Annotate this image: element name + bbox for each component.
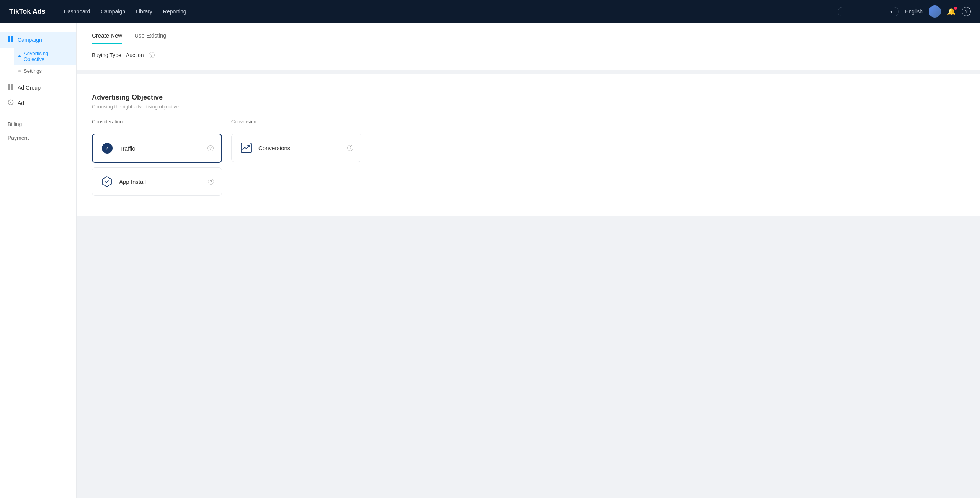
buying-type-value: Auction <box>126 52 144 58</box>
logo: TikTok Ads <box>9 8 46 16</box>
nav-dashboard[interactable]: Dashboard <box>64 8 90 15</box>
sidebar: Campaign Advertising Objective Settings <box>0 23 77 498</box>
conversions-card[interactable]: Conversions ? <box>231 134 361 162</box>
advertising-objective-label: Advertising Objective <box>24 51 69 62</box>
payment-label: Payment <box>8 135 29 141</box>
sidebar-item-ad-group[interactable]: Ad Group <box>0 80 76 95</box>
billing-label: Billing <box>8 121 22 127</box>
dot-icon <box>18 55 21 57</box>
sidebar-item-advertising-objective[interactable]: Advertising Objective <box>14 48 76 65</box>
buying-type-help-icon[interactable]: ? <box>149 52 155 58</box>
top-card: Create New Use Existing Buying Type Auct… <box>77 23 980 70</box>
traffic-card[interactable]: ✓ Traffic ? <box>92 134 222 163</box>
svg-rect-5 <box>11 84 13 87</box>
app-install-icon <box>100 175 114 188</box>
consideration-column: Consideration ✓ Traffic ? <box>92 119 222 196</box>
notification-bell-icon[interactable]: 🔔 <box>947 7 956 16</box>
buying-type-label: Buying Type <box>92 52 121 58</box>
ad-icon <box>8 99 14 107</box>
account-dropdown[interactable]: ▾ <box>838 7 899 16</box>
ad-group-icon <box>8 84 14 92</box>
conversions-label: Conversions <box>258 145 290 151</box>
sidebar-item-campaign[interactable]: Campaign <box>0 32 76 48</box>
sidebar-item-ad[interactable]: Ad <box>0 95 76 111</box>
traffic-label: Traffic <box>119 145 135 152</box>
objective-grid: Consideration ✓ Traffic ? <box>92 119 965 196</box>
sidebar-campaign-label: Campaign <box>18 37 42 43</box>
conversions-help-icon[interactable]: ? <box>347 145 353 151</box>
notification-badge <box>954 7 957 10</box>
tab-use-existing[interactable]: Use Existing <box>134 32 166 44</box>
svg-rect-0 <box>8 36 10 39</box>
traffic-icon: ✓ <box>100 141 114 155</box>
buying-type-row: Buying Type Auction ? <box>92 44 965 61</box>
objective-subtitle: Choosing the right advertising objective <box>92 104 965 110</box>
svg-rect-4 <box>8 84 10 87</box>
sidebar-divider <box>0 114 76 114</box>
sidebar-sub-campaign: Advertising Objective Settings <box>0 48 76 77</box>
nav-campaign[interactable]: Campaign <box>101 8 125 15</box>
svg-rect-6 <box>8 87 10 90</box>
sidebar-item-settings[interactable]: Settings <box>14 65 76 77</box>
objective-title: Advertising Objective <box>92 93 965 102</box>
chevron-down-icon: ▾ <box>890 10 892 14</box>
logo-tiktok: TikTok <box>9 8 31 15</box>
ad-group-label: Ad Group <box>18 85 41 91</box>
topnav-right: ▾ English 🔔 ? <box>838 5 971 18</box>
logo-ads: Ads <box>33 8 46 15</box>
help-icon[interactable]: ? <box>962 7 971 16</box>
tabs: Create New Use Existing <box>92 32 965 44</box>
conversions-icon <box>239 141 253 155</box>
nav-reporting[interactable]: Reporting <box>163 8 186 15</box>
consideration-label: Consideration <box>92 119 222 124</box>
conversion-column: Conversion Conversion <box>231 119 361 196</box>
sidebar-item-billing[interactable]: Billing <box>0 117 76 131</box>
avatar[interactable] <box>929 5 941 18</box>
section-divider <box>77 70 980 74</box>
app-install-label: App Install <box>119 179 146 185</box>
svg-point-9 <box>10 102 11 103</box>
svg-rect-2 <box>8 39 10 42</box>
svg-rect-10 <box>241 143 251 153</box>
settings-label: Settings <box>24 68 42 74</box>
campaign-icon <box>8 36 14 44</box>
dot-icon <box>18 70 21 72</box>
svg-rect-7 <box>11 87 13 90</box>
svg-rect-1 <box>11 36 13 39</box>
topnav: TikTok Ads Dashboard Campaign Library Re… <box>0 0 980 23</box>
objective-card: Advertising Objective Choosing the right… <box>77 74 980 216</box>
objective-section: Advertising Objective Choosing the right… <box>92 83 965 206</box>
sidebar-item-payment[interactable]: Payment <box>0 131 76 145</box>
conversion-label: Conversion <box>231 119 361 124</box>
main-content: Create New Use Existing Buying Type Auct… <box>77 23 980 498</box>
app-install-card[interactable]: App Install ? <box>92 167 222 196</box>
main-nav: Dashboard Campaign Library Reporting <box>64 8 825 15</box>
layout: Campaign Advertising Objective Settings <box>0 23 980 498</box>
traffic-help-icon[interactable]: ? <box>207 145 214 151</box>
nav-library[interactable]: Library <box>136 8 152 15</box>
tab-create-new[interactable]: Create New <box>92 32 122 44</box>
app-install-help-icon[interactable]: ? <box>208 179 214 185</box>
check-circle-icon: ✓ <box>102 143 113 154</box>
language-label: English <box>905 8 923 15</box>
ad-label: Ad <box>18 100 24 106</box>
svg-rect-3 <box>11 39 13 42</box>
